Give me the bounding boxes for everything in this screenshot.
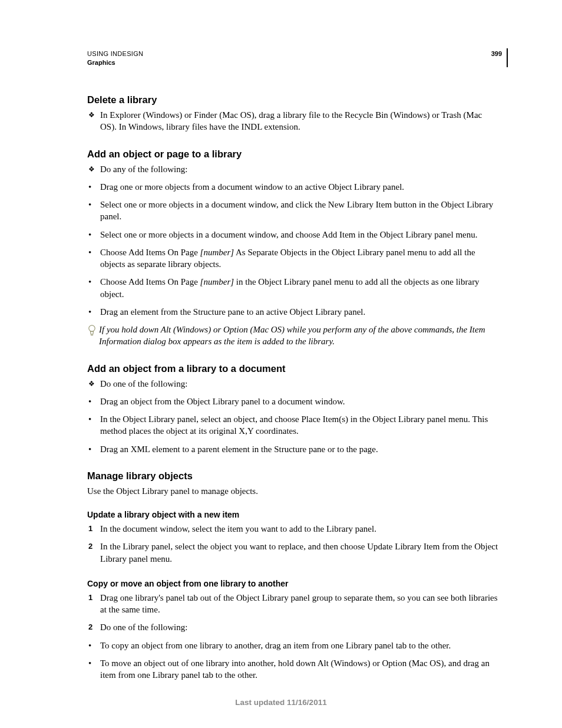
list-item-text: In the Library panel, select the object … bbox=[100, 541, 500, 565]
list-item-text: Drag one library's panel tab out of the … bbox=[100, 592, 500, 616]
bullet-icon: • bbox=[87, 443, 100, 455]
step-number: 1 bbox=[87, 592, 100, 603]
step-number: 1 bbox=[87, 523, 100, 534]
bullet-icon: • bbox=[87, 657, 100, 669]
section-title: Manage library objects bbox=[87, 470, 500, 482]
list-item-text: Do one of the following: bbox=[100, 378, 500, 390]
diamond-icon: ❖ bbox=[87, 163, 100, 174]
header-rule bbox=[507, 48, 508, 67]
section-manage: Manage library objects Use the Object Li… bbox=[87, 470, 500, 681]
diamond-icon: ❖ bbox=[87, 109, 100, 120]
list-item-text: Choose Add Items On Page [number] in the… bbox=[100, 276, 500, 300]
list-item-text: To move an object out of one library int… bbox=[100, 657, 500, 681]
bullet-icon: • bbox=[87, 640, 100, 651]
section-title: Add an object from a library to a docume… bbox=[87, 363, 500, 374]
section-title: Delete a library bbox=[87, 94, 500, 106]
list-item: • Drag one or more objects from a docume… bbox=[87, 181, 500, 193]
bullet-icon: • bbox=[87, 199, 100, 210]
section-title: Add an object or page to a library bbox=[87, 149, 500, 160]
list-item-text: Drag an object from the Object Library p… bbox=[100, 396, 500, 407]
page-content: USING INDESIGN Graphics 399 Delete a lib… bbox=[87, 50, 500, 696]
section-add-from-library: Add an object from a library to a docume… bbox=[87, 363, 500, 455]
section-add-object-page: Add an object or page to a library ❖ Do … bbox=[87, 149, 500, 348]
diamond-icon: ❖ bbox=[87, 378, 100, 388]
list-item: • To copy an object from one library to … bbox=[87, 640, 500, 651]
page-footer: Last updated 11/16/2011 bbox=[0, 698, 562, 707]
section-intro: Use the Object Library panel to manage o… bbox=[87, 485, 500, 497]
list-item-text: Drag an XML element to a parent element … bbox=[100, 443, 500, 455]
list-item-text: Drag an element from the Structure pane … bbox=[100, 306, 500, 318]
subsection-title: Update a library object with a new item bbox=[87, 510, 500, 519]
bullet-icon: • bbox=[87, 396, 100, 407]
list-item-text: Do any of the following: bbox=[100, 163, 500, 175]
list-item: 1 Drag one library's panel tab out of th… bbox=[87, 592, 500, 616]
list-item-text: Select one or more objects in a document… bbox=[100, 229, 500, 241]
tip-text: If you hold down Alt (Windows) or Option… bbox=[99, 324, 500, 348]
list-item-text: In the Object Library panel, select an o… bbox=[100, 413, 500, 437]
list-item: • Select one or more objects in a docume… bbox=[87, 229, 500, 241]
list-item: • Select one or more objects in a docume… bbox=[87, 199, 500, 223]
list-item-text: In the document window, select the item … bbox=[100, 523, 500, 535]
bullet-icon: • bbox=[87, 413, 100, 425]
list-item: • In the Object Library panel, select an… bbox=[87, 413, 500, 437]
list-item: 2 In the Library panel, select the objec… bbox=[87, 541, 500, 565]
list-item-text: Select one or more objects in a document… bbox=[100, 199, 500, 223]
list-item: 1 In the document window, select the ite… bbox=[87, 523, 500, 535]
subsection-title: Copy or move an object from one library … bbox=[87, 579, 500, 588]
page-number: 399 bbox=[491, 50, 502, 57]
section-delete-library: Delete a library ❖ In Explorer (Windows)… bbox=[87, 94, 500, 133]
bullet-icon: • bbox=[87, 306, 100, 318]
list-item-text: Drag one or more objects from a document… bbox=[100, 181, 500, 193]
list-item: ❖ In Explorer (Windows) or Finder (Mac O… bbox=[87, 109, 500, 133]
header-chapter: Graphics bbox=[87, 59, 500, 66]
header-product: USING INDESIGN bbox=[87, 50, 500, 57]
bullet-icon: • bbox=[87, 229, 100, 241]
list-item: • Drag an object from the Object Library… bbox=[87, 396, 500, 407]
list-item-text: Do one of the following: bbox=[100, 621, 500, 633]
list-item: • Choose Add Items On Page [number] in t… bbox=[87, 276, 500, 300]
list-item: ❖ Do one of the following: bbox=[87, 378, 500, 390]
list-item: • Choose Add Items On Page [number] As S… bbox=[87, 246, 500, 271]
list-item: 2 Do one of the following: bbox=[87, 621, 500, 633]
list-item: ❖ Do any of the following: bbox=[87, 163, 500, 175]
step-number: 2 bbox=[87, 541, 100, 552]
list-item-text: To copy an object from one library to an… bbox=[100, 640, 500, 651]
lightbulb-icon bbox=[87, 324, 99, 340]
list-item: • To move an object out of one library i… bbox=[87, 657, 500, 681]
bullet-icon: • bbox=[87, 276, 100, 288]
tip-note: If you hold down Alt (Windows) or Option… bbox=[87, 324, 500, 348]
list-item: • Drag an element from the Structure pan… bbox=[87, 306, 500, 318]
page-header: USING INDESIGN Graphics 399 bbox=[87, 50, 500, 66]
step-number: 2 bbox=[87, 621, 100, 633]
list-item-text: In Explorer (Windows) or Finder (Mac OS)… bbox=[100, 109, 500, 133]
bullet-icon: • bbox=[87, 246, 100, 258]
list-item-text: Choose Add Items On Page [number] As Sep… bbox=[100, 246, 500, 271]
svg-point-0 bbox=[89, 325, 95, 331]
list-item: • Drag an XML element to a parent elemen… bbox=[87, 443, 500, 455]
bullet-icon: • bbox=[87, 181, 100, 193]
